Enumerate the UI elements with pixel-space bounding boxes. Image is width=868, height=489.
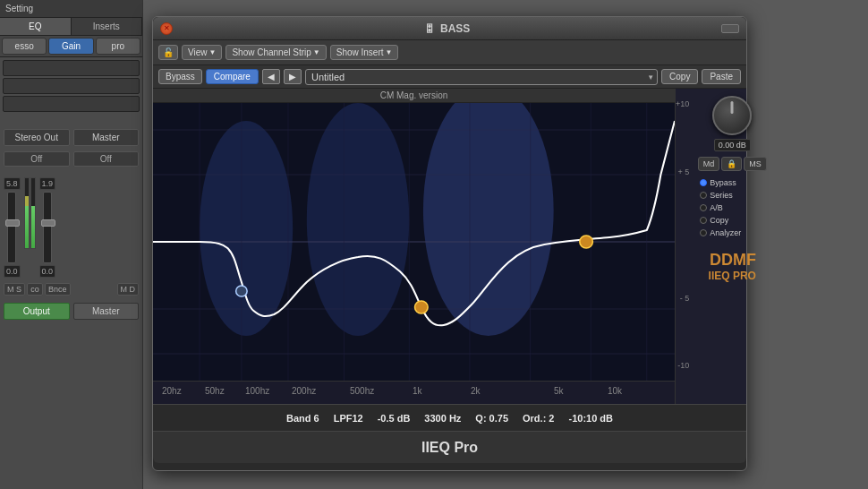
db-plus5: + 5 bbox=[676, 167, 693, 176]
insert-arrow: ▼ bbox=[386, 48, 393, 56]
eq-close-btn[interactable]: ✕ bbox=[160, 22, 173, 35]
copy-btn[interactable]: Copy bbox=[661, 69, 698, 84]
freq-100hz: 100hz bbox=[245, 386, 269, 396]
copy-dot bbox=[700, 217, 707, 224]
meter-bar-r bbox=[30, 177, 36, 249]
gain-label: -0.5 dB bbox=[378, 413, 411, 424]
fader-val-1: 0.0 bbox=[4, 265, 21, 278]
side-radio-list: Bypass Series A/B Copy bbox=[696, 175, 768, 241]
off-btn-2[interactable]: Off bbox=[73, 151, 140, 167]
svg-point-2 bbox=[307, 103, 410, 336]
fader-area: 5.8 0.0 1.9 0.0 bbox=[0, 174, 142, 281]
eq-display-wrap: CM Mag. version bbox=[153, 89, 746, 404]
gain-btn[interactable]: Gain bbox=[48, 38, 93, 55]
eq-bottom-title-text: IIEQ Pro bbox=[421, 440, 478, 456]
fader-strip-1: 5.8 0.0 bbox=[4, 177, 21, 278]
eq-right-panel: +10 + 5 - 5 -10 0.00 dB Md 🔒 MS bbox=[675, 89, 746, 404]
ddmf-line2: IIEQ PRO bbox=[709, 270, 756, 282]
view-arrow: ▼ bbox=[209, 48, 217, 56]
bypass-radio[interactable]: Bypass bbox=[700, 178, 764, 187]
slot-1 bbox=[3, 60, 140, 76]
ms-btn[interactable]: M S bbox=[4, 283, 25, 296]
master-btn2[interactable]: Master bbox=[73, 303, 140, 320]
output-btn[interactable]: Output bbox=[4, 303, 70, 320]
ab-radio[interactable]: A/B bbox=[700, 203, 764, 212]
md-btn[interactable]: Md bbox=[698, 157, 720, 171]
fader-handle-1[interactable] bbox=[5, 219, 20, 227]
setting-label: Setting bbox=[5, 4, 33, 13]
lock-btn-right[interactable]: 🔒 bbox=[721, 157, 742, 171]
eq-bottom-title: IIEQ Pro bbox=[153, 431, 746, 463]
freq-500hz: 500hz bbox=[350, 386, 374, 396]
slot-2 bbox=[3, 78, 140, 94]
bypass-btn[interactable]: Bypass bbox=[158, 69, 202, 84]
nav-next-btn[interactable]: ▶ bbox=[284, 69, 302, 84]
fader-strip-2: 1.9 0.0 bbox=[39, 177, 56, 278]
fader-handle-2[interactable] bbox=[41, 219, 55, 227]
freq-1k: 1k bbox=[413, 386, 422, 396]
show-channel-strip-btn[interactable]: Show Channel Strip ▼ bbox=[226, 45, 326, 60]
bnce-btn[interactable]: Bnce bbox=[45, 283, 71, 296]
view-btn[interactable]: View ▼ bbox=[182, 45, 222, 60]
out-master-row: Output Master bbox=[0, 299, 142, 323]
inserts-tab[interactable]: Inserts bbox=[72, 18, 143, 35]
knob-value: 0.00 dB bbox=[714, 139, 751, 151]
db-plus10: +10 bbox=[676, 99, 693, 108]
eq-minimize-btn[interactable] bbox=[721, 24, 739, 33]
bypass-dot bbox=[700, 179, 707, 186]
ms-btn-right[interactable]: MS bbox=[744, 157, 767, 171]
channel-slots bbox=[0, 57, 142, 116]
ord-label: Ord.: 2 bbox=[523, 413, 554, 424]
right-content: +10 + 5 - 5 -10 0.00 dB Md 🔒 MS bbox=[676, 96, 746, 373]
series-radio[interactable]: Series bbox=[700, 191, 764, 200]
pro-btn[interactable]: pro bbox=[96, 38, 140, 55]
esso-btn[interactable]: esso bbox=[2, 38, 47, 55]
md-btn-left[interactable]: M D bbox=[117, 283, 140, 296]
eq-icon: 🎛 bbox=[424, 23, 434, 34]
knob-area: 0.00 dB Md 🔒 MS Bypass bbox=[696, 96, 768, 289]
eq-title: 🎛 BASS bbox=[173, 22, 721, 35]
lock-btn[interactable]: 🔓 bbox=[158, 45, 178, 60]
copy-radio[interactable]: Copy bbox=[700, 216, 764, 225]
freq-5k: 5k bbox=[554, 386, 564, 396]
setting-header: Setting bbox=[0, 0, 142, 18]
svg-point-18 bbox=[236, 286, 247, 296]
svg-point-1 bbox=[200, 121, 293, 336]
copy-radio-label: Copy bbox=[710, 216, 728, 225]
preset-select[interactable]: Untitled bbox=[305, 69, 658, 85]
freq-label: 3300 Hz bbox=[424, 413, 461, 424]
ddmf-brand: DDMF IIEQ PRO bbox=[702, 244, 763, 289]
off-btn-1[interactable]: Off bbox=[4, 151, 70, 167]
eq-window: ✕ 🎛 BASS 🔓 View ▼ Show Channel Strip ▼ S… bbox=[152, 16, 747, 471]
eq-title-text: BASS bbox=[440, 22, 470, 35]
meter-yellow-l bbox=[25, 196, 29, 207]
nav-prev-btn[interactable]: ◀ bbox=[262, 69, 280, 84]
level-meter bbox=[24, 177, 36, 278]
paste-btn[interactable]: Paste bbox=[702, 69, 741, 84]
show-insert-label: Show Insert bbox=[336, 47, 384, 57]
preset-select-wrap: Untitled ▼ bbox=[305, 69, 658, 85]
q-label: Q: 0.75 bbox=[475, 413, 508, 424]
fader-track-1[interactable] bbox=[7, 192, 16, 263]
analyzer-radio[interactable]: Analyzer bbox=[700, 228, 764, 237]
meter-bar-l bbox=[24, 177, 30, 249]
eq-inserts-tabs: EQ Inserts bbox=[0, 18, 142, 36]
main-knob[interactable] bbox=[712, 96, 752, 135]
band-info-bar: Band 6 LPF12 -0.5 dB 3300 Hz Q: 0.75 Ord… bbox=[153, 404, 746, 431]
co-btn[interactable]: co bbox=[27, 283, 43, 296]
ab-radio-label: A/B bbox=[710, 203, 723, 212]
freq-2k: 2k bbox=[471, 386, 481, 396]
eq-tab[interactable]: EQ bbox=[0, 18, 72, 35]
fader-track-2[interactable] bbox=[43, 192, 52, 263]
compare-btn[interactable]: Compare bbox=[206, 69, 259, 84]
eq-titlebar: ✕ 🎛 BASS bbox=[153, 17, 746, 40]
show-insert-btn[interactable]: Show Insert ▼ bbox=[330, 45, 399, 60]
freq-labels: 20hz 50hz 100hz 200hz 500hz 1k 2k 5k 10k bbox=[153, 381, 675, 400]
left-panel: Setting EQ Inserts esso Gain pro Stereo … bbox=[0, 0, 143, 489]
off-row: Off Off bbox=[0, 150, 142, 168]
eq-canvas[interactable] bbox=[153, 103, 675, 381]
view-label: View bbox=[188, 47, 208, 57]
fader-num: 5.8 bbox=[4, 177, 21, 190]
slot-3 bbox=[3, 96, 140, 112]
series-radio-label: Series bbox=[710, 191, 733, 200]
